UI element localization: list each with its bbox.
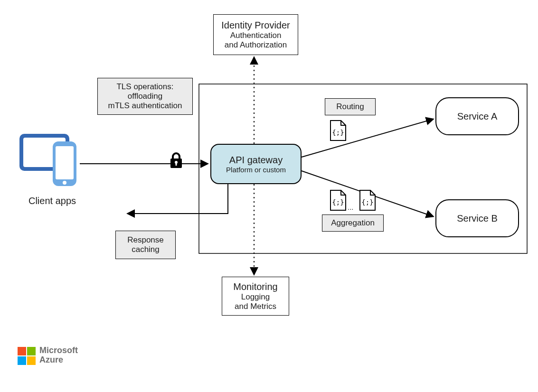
response-caching-box: Response caching	[115, 231, 176, 259]
ms-logo-square-green	[27, 347, 36, 355]
response-caching-line1: Response	[127, 235, 164, 245]
code-doc-icon: {;}	[330, 189, 347, 211]
ms-logo-square-red	[18, 347, 26, 355]
svg-text:{;}: {;}	[332, 129, 344, 136]
identity-provider-line1: Authentication	[230, 31, 282, 40]
response-caching-line2: caching	[132, 245, 160, 254]
service-a-node: Service A	[435, 97, 519, 135]
tls-title: TLS operations:	[116, 82, 173, 92]
lock-icon	[169, 152, 184, 170]
diagram-canvas: Identity Provider Authentication and Aut…	[0, 0, 538, 392]
monitoring-line1: Logging	[241, 292, 270, 302]
footer-brand: Microsoft Azure	[39, 345, 78, 364]
microsoft-azure-logo: Microsoft Azure	[18, 345, 103, 369]
routing-label: Routing	[325, 98, 376, 115]
aggregation-ellipsis: ...	[348, 203, 354, 211]
footer-brand2: Azure	[39, 355, 63, 364]
svg-rect-12	[56, 146, 74, 179]
gateway-subtitle: Platform or custom	[226, 166, 286, 174]
ms-logo-square-yellow	[27, 356, 36, 365]
monitoring-line2: and Metrics	[235, 302, 276, 311]
code-doc-icon: {;}	[330, 120, 347, 141]
tls-operations-box: TLS operations: offloading mTLS authenti…	[97, 78, 193, 115]
monitoring-box: Monitoring Logging and Metrics	[222, 277, 289, 316]
aggregation-label: Aggregation	[322, 215, 384, 232]
ms-logo-square-blue	[18, 356, 26, 365]
monitoring-title: Monitoring	[233, 281, 277, 292]
identity-provider-line2: and Authorization	[225, 40, 287, 50]
api-gateway-node: API gateway Platform or custom	[210, 144, 302, 184]
svg-line-4	[302, 119, 433, 157]
client-devices-icon	[19, 131, 80, 188]
tls-line1: offloading	[128, 92, 162, 101]
tls-line2: mTLS authentication	[108, 101, 182, 111]
footer-brand1: Microsoft	[39, 345, 78, 355]
svg-text:{;}: {;}	[361, 198, 373, 206]
svg-point-13	[63, 181, 66, 185]
client-apps-label: Client apps	[26, 196, 78, 206]
service-b-node: Service B	[435, 199, 519, 237]
identity-provider-title: Identity Provider	[221, 20, 290, 31]
svg-text:{;}: {;}	[332, 198, 344, 206]
code-doc-icon: {;}	[359, 189, 376, 211]
identity-provider-box: Identity Provider Authentication and Aut…	[213, 14, 298, 55]
connectors	[0, 0, 538, 392]
svg-rect-8	[176, 163, 177, 166]
gateway-title: API gateway	[229, 155, 283, 166]
